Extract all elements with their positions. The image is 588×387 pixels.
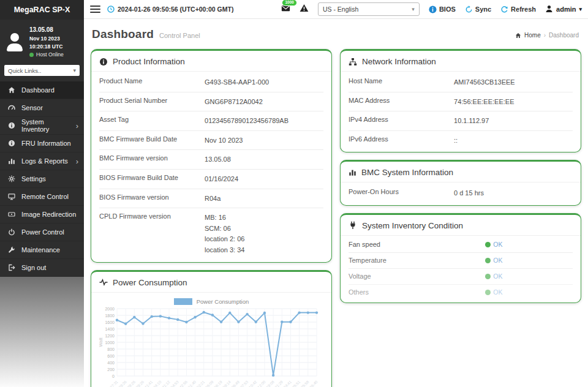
wrench-icon: [8, 246, 16, 254]
status-row: VoltageOK: [349, 269, 573, 285]
row-label: Fan speed: [349, 241, 485, 248]
language-value: US - English: [323, 6, 358, 13]
sidebar-item-sensor[interactable]: Sensor: [0, 99, 84, 117]
svg-text:200: 200: [107, 367, 115, 371]
row-value: GNG6P8712A0042: [205, 97, 323, 108]
system-inventory-condition-panel: System Inventory Condition Fan speedOKTe…: [340, 213, 581, 303]
row-value: 10.1.112.97: [454, 116, 573, 127]
sidebar-item-logs-reports[interactable]: Logs & Reports›: [0, 152, 84, 170]
power-consumption-panel: Power Consumption Power Consumption 0200…: [91, 270, 332, 387]
bars-icon: [8, 157, 16, 165]
network-information-panel: Network Information Host NameAMI74563CB1…: [340, 49, 581, 152]
language-select[interactable]: US - English ▾: [318, 2, 420, 16]
host-status: Host Online: [29, 51, 80, 59]
table-row: Asset Tag01234567890123456789AB: [99, 111, 323, 131]
bios-button[interactable]: BIOS: [429, 6, 456, 13]
chart-point: [211, 314, 214, 316]
bios-label: BIOS: [439, 6, 456, 13]
breadcrumb-current: Dashboard: [549, 32, 579, 39]
inventory-condition-table: Fan speedOKTemperatureOKVoltageOKOthersO…: [341, 236, 581, 302]
status-value: OK: [493, 257, 502, 264]
chart-point: [272, 374, 274, 376]
svg-text:1400: 1400: [105, 326, 115, 331]
svg-text:600: 600: [107, 353, 115, 358]
x-axis-labels: 12:27:3113:29:2614:29:2615:29:2616:11:41…: [105, 379, 318, 387]
row-label: BIOS Firmware Build Date: [99, 174, 205, 181]
row-label: CPLD Firmware version: [99, 212, 205, 220]
sidebar-item-power-control[interactable]: Power Control: [0, 224, 84, 241]
sidebar-item-fru-information[interactable]: FRU Information: [0, 135, 84, 152]
chart-point: [255, 320, 257, 323]
host-status-label: Host Online: [36, 51, 64, 59]
sidebar-item-image-redirection[interactable]: Image Redirection: [0, 206, 84, 224]
status-badge: OK: [485, 257, 502, 264]
product-information-panel: Product Information Product NameG493-SB4…: [91, 49, 332, 263]
chart-point: [133, 315, 135, 318]
row-value: MB: 16 SCM: 06 location 2: 06 location 3…: [205, 212, 323, 255]
host-status-dot: [29, 53, 34, 57]
menu-toggle-button[interactable]: [90, 6, 100, 13]
chart-point: [246, 312, 248, 315]
sidebar-item-label: Maintenance: [21, 246, 60, 254]
table-row: CPLD Firmware versionMB: 16 SCM: 06 loca…: [99, 208, 323, 259]
chart-point: [168, 317, 170, 319]
status-value: OK: [493, 272, 502, 280]
sidebar-item-settings[interactable]: Settings: [0, 170, 84, 188]
status-value: OK: [493, 241, 502, 248]
row-value: ::: [454, 135, 573, 146]
table-row: IPv6 Address::: [349, 131, 573, 150]
chart-point: [141, 322, 144, 325]
y-axis-title: Watt: [98, 337, 104, 347]
user-menu-button[interactable]: admin ▾: [545, 5, 582, 14]
user-icon: [545, 5, 553, 14]
row-label: Product Serial Number: [99, 97, 205, 104]
chevron-right-icon: ›: [76, 122, 78, 130]
alerts-button[interactable]: [300, 4, 309, 15]
row-label: Asset Tag: [99, 116, 205, 123]
user-avatar-icon: [4, 32, 25, 53]
table-row: IPv4 Address10.1.112.97: [349, 111, 573, 131]
warning-icon: [300, 4, 309, 15]
row-value: 74:56:EE:EE:EE:EE: [454, 97, 573, 108]
legend-swatch: [174, 298, 192, 305]
chevron-down-icon: ▾: [579, 6, 582, 12]
sidebar-item-system-inventory[interactable]: System Inventory›: [0, 117, 84, 135]
quick-links-select[interactable]: Quick Links.. ▾: [4, 65, 80, 76]
row-label: Voltage: [349, 272, 485, 280]
pulse-icon: [99, 278, 108, 287]
notifications-button[interactable]: 1000: [281, 4, 290, 15]
chart-point: [124, 322, 127, 325]
table-row: BMC Firmware version13.05.08: [99, 150, 323, 170]
chevron-down-icon: ▾: [412, 6, 415, 12]
product-info-table: Product NameG493-SB4-AAP1-000Product Ser…: [91, 72, 331, 262]
svg-text:1000: 1000: [105, 340, 115, 344]
sidebar-item-sign-out[interactable]: Sign out: [0, 259, 84, 277]
table-row: Host NameAMI74563CB13EEE: [349, 73, 573, 92]
legend-label: Power Consumption: [197, 298, 249, 305]
status-row: Fan speedOK: [349, 237, 573, 253]
row-value: 01234567890123456789AB: [205, 116, 323, 127]
table-row: Product Serial NumberGNG6P8712A0042: [99, 92, 323, 112]
content-area: Dashboard Control Panel Home › Dashboard…: [84, 19, 588, 387]
sidebar-menu: DashboardSensorSystem Inventory›FRU Info…: [0, 81, 84, 277]
info-circle-icon: [99, 58, 108, 66]
chart-point: [307, 311, 309, 314]
row-value: 01/16/2024: [205, 174, 323, 185]
chart-point: [281, 320, 283, 323]
row-label: MAC Address: [349, 97, 454, 104]
sidebar-item-maintenance[interactable]: Maintenance: [0, 241, 84, 259]
row-label: BIOS Firmware version: [99, 194, 205, 201]
svg-text:1800: 1800: [105, 313, 115, 317]
refresh-button[interactable]: Refresh: [500, 6, 536, 13]
chart-line: [117, 312, 317, 375]
svg-text:1200: 1200: [105, 333, 115, 337]
plug-icon: [349, 221, 357, 230]
sidebar-item-remote-control[interactable]: Remote Control: [0, 188, 84, 206]
profile-section: 13.05.08 Nov 10 2023 10:20:18 UTC Host O…: [0, 20, 84, 63]
breadcrumb-home[interactable]: Home: [524, 32, 541, 39]
bmc-system-table: Power-On Hours0 d 15 hrs: [341, 182, 581, 205]
sync-button[interactable]: Sync: [465, 6, 491, 13]
status-badge: OK: [485, 288, 502, 296]
chart-bars-icon: [349, 168, 356, 176]
sidebar-item-dashboard[interactable]: Dashboard: [0, 81, 84, 99]
